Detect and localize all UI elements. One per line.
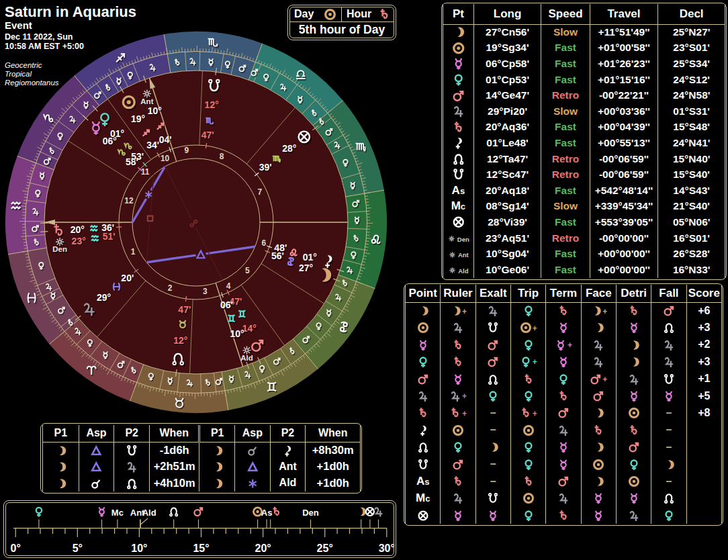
svg-text:5: 5 xyxy=(245,266,250,275)
svg-text:51': 51' xyxy=(103,231,116,242)
svg-text:01°: 01° xyxy=(110,128,124,139)
svg-text:10°: 10° xyxy=(230,328,244,339)
svg-text:19°: 19° xyxy=(131,113,145,124)
svg-text:29°: 29° xyxy=(97,292,111,303)
svg-text:04': 04' xyxy=(159,134,172,145)
svg-text:12°: 12° xyxy=(173,335,187,346)
svg-text:8: 8 xyxy=(220,152,224,161)
svg-text:01°: 01° xyxy=(303,252,317,263)
svg-text:10°: 10° xyxy=(148,105,162,116)
svg-text:06': 06' xyxy=(220,299,233,310)
svg-text:47': 47' xyxy=(178,304,191,315)
svg-text:1: 1 xyxy=(131,247,136,256)
svg-text:23°: 23° xyxy=(72,236,86,246)
svg-text:Ald: Ald xyxy=(240,354,253,362)
svg-text:2: 2 xyxy=(168,283,173,293)
svg-text:53': 53' xyxy=(131,151,144,162)
svg-text:4: 4 xyxy=(226,281,231,291)
svg-text:10: 10 xyxy=(161,154,170,163)
svg-text:11: 11 xyxy=(141,167,150,177)
svg-text:27°: 27° xyxy=(299,263,313,273)
svg-text:9: 9 xyxy=(184,146,189,155)
svg-text:3: 3 xyxy=(203,287,208,296)
svg-text:7: 7 xyxy=(257,187,262,197)
svg-text:28°: 28° xyxy=(282,143,296,154)
svg-text:39': 39' xyxy=(259,162,272,173)
svg-text:Den: Den xyxy=(52,245,67,253)
svg-text:20': 20' xyxy=(121,273,134,283)
svg-text:34': 34' xyxy=(146,140,159,150)
svg-text:12: 12 xyxy=(124,196,134,205)
svg-text:48': 48' xyxy=(274,242,287,253)
svg-text:47': 47' xyxy=(201,130,214,140)
svg-text:6: 6 xyxy=(262,238,267,248)
svg-text:20°: 20° xyxy=(71,224,85,235)
svg-text:Ant: Ant xyxy=(140,97,153,105)
svg-text:12°: 12° xyxy=(205,99,219,110)
